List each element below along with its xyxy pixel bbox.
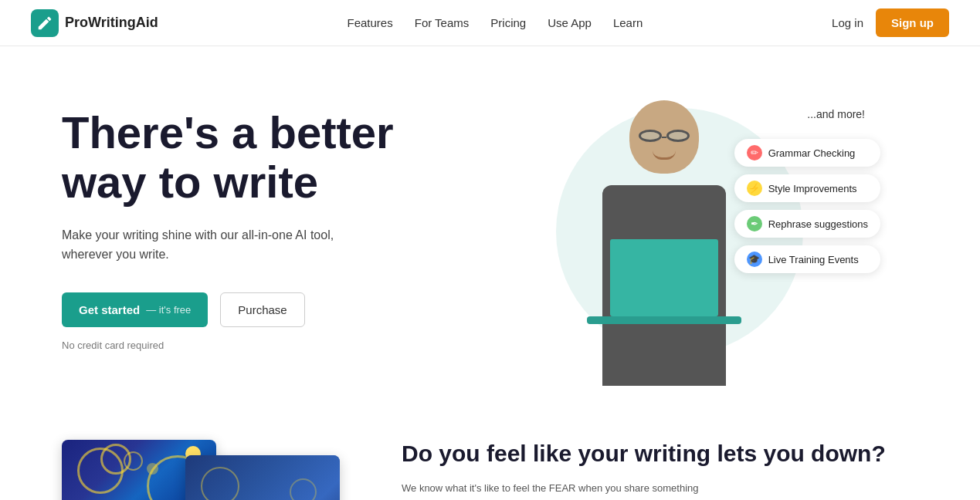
- logo-icon: [31, 9, 59, 37]
- overlay-swirl-1: [201, 467, 239, 500]
- smile: [653, 150, 676, 160]
- star-dot: [147, 463, 158, 475]
- glasses-right: [666, 130, 690, 142]
- nav-use-app[interactable]: Use App: [548, 16, 592, 29]
- second-section: My idea in my head Do you feel like your…: [0, 417, 980, 500]
- second-title: Do you feel like your writing lets you d…: [402, 440, 918, 468]
- hero-illustration: ...and more! ✦: [510, 93, 880, 386]
- badge-rephrase: ✒ Rephrase suggestions: [734, 210, 880, 238]
- nav-for-teams[interactable]: For Teams: [415, 16, 470, 29]
- hero-content: There's a better way to write Make your …: [62, 93, 510, 351]
- purchase-button[interactable]: Purchase: [220, 292, 304, 327]
- illustration-container: ...and more! ✦: [510, 93, 880, 386]
- star-circle: [124, 451, 143, 471]
- and-more-label: ...and more!: [807, 108, 865, 120]
- badge-training: 🎓 Live Training Events: [734, 245, 880, 273]
- laptop-screen: [610, 239, 718, 316]
- laptop-base: [587, 316, 741, 324]
- nav-learn[interactable]: Learn: [613, 16, 643, 29]
- hero-subtitle: Make your writing shine with our all-in-…: [62, 225, 355, 265]
- hero-section: There's a better way to write Make your …: [0, 46, 980, 417]
- hero-buttons: Get started — it's free Purchase: [62, 292, 510, 327]
- overlay-swirl-2: [290, 478, 317, 500]
- brand-name: ProWritingAid: [65, 15, 158, 31]
- person-figure: [579, 123, 749, 386]
- signup-button[interactable]: Sign up: [876, 8, 949, 37]
- head: [629, 100, 699, 174]
- navbar: ProWritingAid Features For Teams Pricing…: [0, 0, 980, 46]
- painting-overlay: [185, 455, 340, 500]
- get-started-button[interactable]: Get started — it's free: [62, 292, 208, 327]
- nav-features[interactable]: Features: [348, 16, 393, 29]
- feature-badges: ✏ Grammar Checking ⚡ Style Improvements …: [734, 139, 880, 273]
- second-content: Do you feel like your writing lets you d…: [402, 432, 918, 500]
- no-credit-card-text: No credit card required: [62, 340, 510, 351]
- badge-style: ⚡ Style Improvements: [734, 174, 880, 202]
- nav-pricing[interactable]: Pricing: [490, 16, 526, 29]
- nav-actions: Log in Sign up: [832, 8, 949, 37]
- painting-area: My idea in my head: [62, 440, 355, 500]
- logo[interactable]: ProWritingAid: [31, 9, 158, 37]
- logo-svg: [36, 15, 53, 32]
- second-description: We know what it's like to feel the FEAR …: [402, 480, 788, 500]
- badge-grammar: ✏ Grammar Checking: [734, 139, 880, 167]
- hero-title: There's a better way to write: [62, 108, 510, 207]
- nav-links: Features For Teams Pricing Use App Learn: [348, 16, 643, 29]
- glasses-bridge: [662, 137, 666, 138]
- login-button[interactable]: Log in: [832, 16, 863, 29]
- glasses-left: [639, 130, 662, 142]
